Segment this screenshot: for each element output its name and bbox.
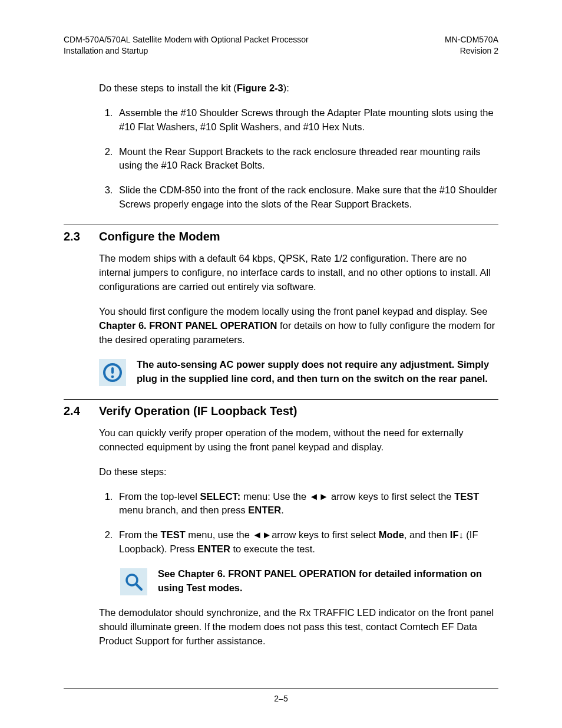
- menu-name: TEST: [454, 491, 479, 502]
- svg-rect-1: [111, 367, 114, 374]
- sec24-p2: Do these steps:: [99, 465, 498, 479]
- sec24-p3: The demodulator should synchronize, and …: [99, 606, 498, 648]
- menu-name: TEST: [161, 529, 186, 540]
- option-name: Mode: [379, 529, 404, 540]
- sec23-p2: You should first configure the modem loc…: [99, 305, 498, 347]
- page-header: CDM-570A/570AL Satellite Modem with Opti…: [64, 34, 498, 57]
- text: menu branch, and then press: [119, 505, 248, 515]
- section-2-4-body: You can quickly verify proper operation …: [99, 426, 498, 556]
- header-docnum: MN-CDM570A: [445, 35, 498, 44]
- page-number: 2–5: [0, 694, 562, 703]
- install-steps-list: Assemble the #10 Shoulder Screws through…: [99, 106, 498, 212]
- header-right: MN-CDM570A Revision 2: [445, 34, 498, 57]
- reference-note-text: See Chapter 6. FRONT PANEL OPERATION for…: [158, 567, 498, 595]
- section-2-4-heading: 2.4 Verify Operation (IF Loopback Test): [64, 404, 498, 418]
- important-note-text: The auto-sensing AC power supply does no…: [137, 358, 498, 386]
- header-left: CDM-570A/570AL Satellite Modem with Opti…: [64, 34, 309, 57]
- magnifier-icon: [120, 568, 147, 595]
- section-2-3-body: The modem ships with a default 64 kbps, …: [99, 252, 498, 347]
- text: You should first configure the modem loc…: [99, 306, 488, 317]
- svg-line-4: [136, 584, 141, 589]
- header-product: CDM-570A/570AL Satellite Modem with Opti…: [64, 35, 309, 44]
- install-step-3: Slide the CDM-850 into the front of the …: [115, 183, 498, 212]
- intro-paragraph: Do these steps to install the kit (Figur…: [99, 81, 498, 95]
- verify-steps-list: From the top-level SELECT: menu: Use the…: [99, 490, 498, 557]
- intro-block: Do these steps to install the kit (Figur…: [99, 81, 498, 212]
- text: menu: Use the ◄► arrow keys to first sel…: [240, 491, 454, 502]
- reference-note-block: See Chapter 6. FRONT PANEL OPERATION for…: [120, 567, 498, 595]
- section-title: Configure the Modem: [99, 230, 498, 243]
- section-title: Verify Operation (IF Loopback Test): [99, 404, 498, 418]
- verify-step-1: From the top-level SELECT: menu: Use the…: [115, 490, 498, 518]
- text: to execute the test.: [230, 543, 315, 554]
- section-2-4-closing: The demodulator should synchronize, and …: [99, 606, 498, 648]
- svg-point-2: [111, 375, 114, 378]
- verify-step-2: From the TEST menu, use the ◄►arrow keys…: [115, 528, 498, 556]
- header-section: Installation and Startup: [64, 46, 148, 55]
- text: menu, use the ◄►arrow keys to first sele…: [186, 529, 379, 540]
- alert-circle-icon: [99, 359, 126, 386]
- section-divider: [64, 225, 498, 225]
- section-number: 2.4: [64, 404, 99, 418]
- text: Do these steps to install the kit (: [99, 83, 237, 93]
- key-name: ENTER: [248, 505, 281, 515]
- section-divider: [64, 399, 498, 400]
- menu-name: SELECT:: [200, 491, 241, 502]
- text: From the top-level: [119, 491, 200, 502]
- important-note-block: The auto-sensing AC power supply does no…: [99, 358, 498, 386]
- section-number: 2.3: [64, 230, 99, 243]
- chapter-ref: Chapter 6. FRONT PANEL OPERATION: [99, 320, 277, 331]
- sec23-p1: The modem ships with a default 64 kbps, …: [99, 252, 498, 294]
- text: From the: [119, 529, 161, 540]
- install-step-2: Mount the Rear Support Brackets to the r…: [115, 145, 498, 173]
- install-step-1: Assemble the #10 Shoulder Screws through…: [115, 106, 498, 134]
- key-name: ENTER: [197, 543, 230, 554]
- option-name: IF: [450, 529, 459, 540]
- text: ):: [283, 83, 289, 93]
- figure-ref: Figure 2-3: [237, 83, 283, 93]
- section-2-3-heading: 2.3 Configure the Modem: [64, 230, 498, 243]
- sec24-p1: You can quickly verify proper operation …: [99, 426, 498, 454]
- footer-divider: [64, 689, 498, 689]
- document-page: CDM-570A/570AL Satellite Modem with Opti…: [0, 0, 562, 728]
- text: .: [281, 505, 284, 515]
- text: , and then: [404, 529, 450, 540]
- header-revision: Revision 2: [460, 46, 498, 55]
